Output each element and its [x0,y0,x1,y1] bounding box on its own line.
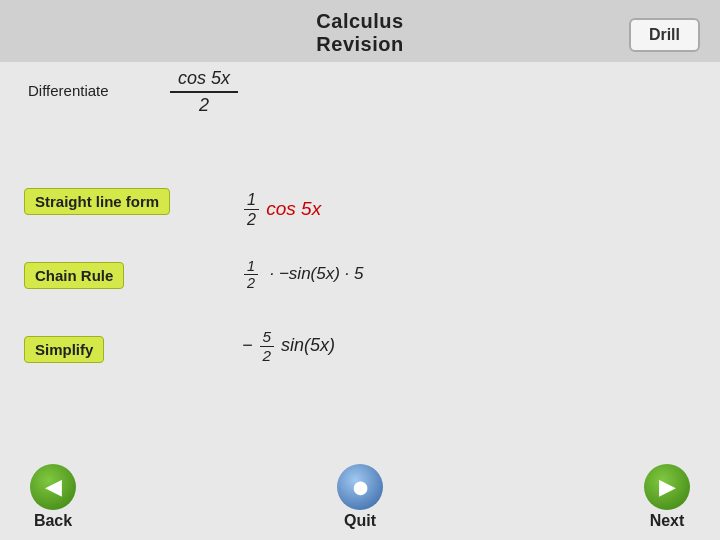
differentiate-label: Differentiate [28,82,109,99]
quit-button[interactable]: ⬤ Quit [337,464,383,530]
fraction-denominator: 2 [191,93,217,116]
quit-label: Quit [344,512,376,530]
simplify-math: − 5 2 sin(5x) [242,328,335,365]
quit-circle: ⬤ [337,464,383,510]
next-circle: ▶ [644,464,690,510]
next-label: Next [650,512,685,530]
straight-line-form-section: Straight line form [24,188,170,215]
main-container: Calculus Revision Drill Differentiate co… [0,0,720,540]
simplify-section: Simplify [24,336,104,363]
main-fraction: cos 5x 2 [170,68,238,116]
drill-button[interactable]: Drill [629,18,700,52]
next-icon: ▶ [659,474,676,500]
back-circle: ◀ [30,464,76,510]
chain-rule-button[interactable]: Chain Rule [24,262,124,289]
title-line1: Calculus [316,10,403,32]
chain-rule-section: Chain Rule [24,262,124,289]
next-button[interactable]: ▶ Next [644,464,690,530]
fraction-numerator: cos 5x [170,68,238,93]
chain-rule-math: 1 2 · −sin(5x) · 5 [242,258,364,291]
slf-math: 1 2 cos 5x [242,190,321,229]
back-label: Back [34,512,72,530]
straight-line-form-button[interactable]: Straight line form [24,188,170,215]
back-icon: ◀ [45,474,62,500]
quit-icon: ⬤ [353,480,368,495]
title-line2: Revision [316,33,403,55]
simplify-button[interactable]: Simplify [24,336,104,363]
back-button[interactable]: ◀ Back [30,464,76,530]
nav-area: ◀ Back ⬤ Quit ▶ Next [0,464,720,530]
title-bar: Calculus Revision [0,0,720,62]
